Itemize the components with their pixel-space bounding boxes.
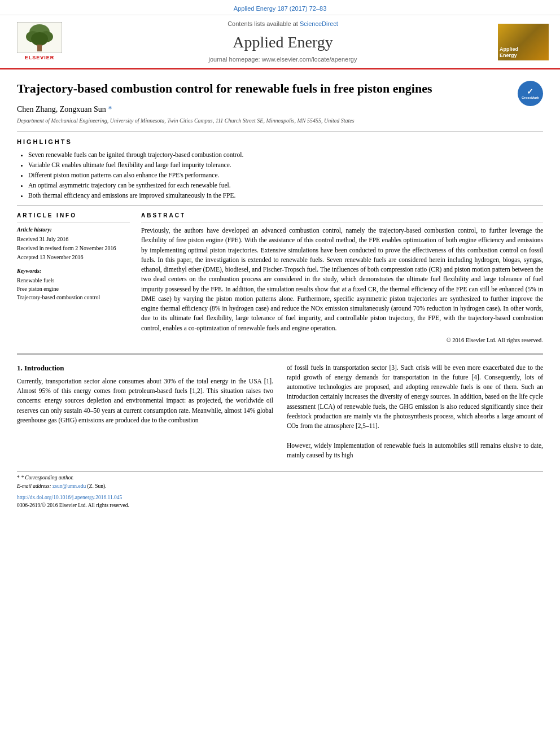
highlights-list: Seven renewable fuels can be ignited thr… <box>17 150 543 200</box>
email-suffix: (Z. Sun). <box>88 483 107 489</box>
copyright-line: © 2016 Elsevier Ltd. All rights reserved… <box>141 337 543 345</box>
article-info-header: ARTICLE INFO <box>17 212 130 220</box>
info-underline <box>17 222 130 222</box>
highlight-item-1: Seven renewable fuels can be ignited thr… <box>28 150 543 159</box>
intro-col-right: of fossil fuels in transportation sector… <box>287 363 543 461</box>
highlights-section: HIGHLIGHTS Seven renewable fuels can be … <box>17 138 543 200</box>
authors-line: Chen Zhang, Zongxuan Sun * <box>17 104 543 115</box>
journal-homepage: journal homepage: www.elsevier.com/locat… <box>68 55 498 64</box>
highlight-item-4: An optimal asymmetric trajectory can be … <box>28 181 543 190</box>
crossmark-label: CrossMark <box>522 96 539 100</box>
svg-rect-5 <box>37 45 42 51</box>
corresponding-author-note: * * Corresponding author. <box>17 474 543 482</box>
email-line: E-mail address: zsun@umn.edu (Z. Sun). <box>17 483 543 490</box>
highlight-item-5: Both thermal efficiency and emissions ar… <box>28 191 543 200</box>
intro-col1-text: Currently, transportation sector alone c… <box>17 377 273 425</box>
highlights-header: HIGHLIGHTS <box>17 138 543 146</box>
crossmark-badge: ✓ CrossMark <box>518 81 543 106</box>
introduction-section: 1. Introduction Currently, transportatio… <box>17 363 543 461</box>
applied-energy-logo-text: AppliedEnergy <box>500 46 518 59</box>
abstract-header: ABSTRACT <box>141 212 543 220</box>
intro-heading: 1. Introduction <box>17 363 273 373</box>
svg-point-4 <box>31 32 48 46</box>
applied-energy-logo: AppliedEnergy <box>498 24 549 60</box>
highlights-divider <box>17 132 543 132</box>
corresponding-label: * Corresponding author. <box>21 475 73 480</box>
body-divider <box>17 353 543 355</box>
abstract-underline <box>141 222 543 222</box>
email-label: E-mail address: <box>17 483 51 489</box>
highlight-item-3: Different piston motion patterns can als… <box>28 171 543 180</box>
science-direct-text: Contents lists available at ScienceDirec… <box>68 20 498 28</box>
science-direct-link[interactable]: ScienceDirect <box>300 20 338 27</box>
keyword-2: Free piston engine <box>17 285 130 293</box>
highlight-item-2: Variable CR enables ultimate fuel flexib… <box>28 160 543 169</box>
article-info-col: ARTICLE INFO Article history: Received 3… <box>17 212 130 344</box>
keywords-label: Keywords: <box>17 267 130 275</box>
keyword-1: Renewable fuels <box>17 277 130 285</box>
issn-line: 0306-2619/© 2016 Elsevier Ltd. All right… <box>17 502 543 509</box>
corresponding-author-star: * <box>108 105 112 113</box>
intro-col2-text: of fossil fuels in transportation sector… <box>287 363 543 461</box>
author-names: Chen Zhang, Zongxuan Sun <box>17 105 108 113</box>
journal-title-big: Applied Energy <box>68 31 498 53</box>
intro-col-left: 1. Introduction Currently, transportatio… <box>17 363 273 461</box>
intro-number: 1. <box>17 364 23 372</box>
accepted-date: Accepted 13 November 2016 <box>17 254 130 261</box>
email-address: zsun@umn.edu <box>53 483 86 489</box>
main-content: Trajectory-based combustion control for … <box>0 69 560 522</box>
revised-date: Received in revised form 2 November 2016 <box>17 244 130 252</box>
header-logos-row: ELSEVIER Contents lists available at Sci… <box>0 15 560 69</box>
footnote-area: * * Corresponding author. E-mail address… <box>17 471 543 509</box>
doi-line: http://dx.doi.org/10.1016/j.apenergy.201… <box>17 492 543 502</box>
intro-heading-text: Introduction <box>24 364 64 372</box>
elsevier-logo: ELSEVIER <box>11 22 68 62</box>
elsevier-text: ELSEVIER <box>25 54 55 62</box>
received-date: Received 31 July 2016 <box>17 235 130 243</box>
keyword-3: Trajectory-based combustion control <box>17 294 130 302</box>
paper-title-section: Trajectory-based combustion control for … <box>17 81 543 97</box>
article-info-divider <box>17 206 543 206</box>
elsevier-tree-image <box>17 22 62 53</box>
article-abstract-section: ARTICLE INFO Article history: Received 3… <box>17 212 543 344</box>
abstract-text: Previously, the authors have developed a… <box>141 226 543 333</box>
history-label: Article history: <box>17 226 130 234</box>
affiliation: Department of Mechanical Engineering, Un… <box>17 117 543 125</box>
doi-link[interactable]: http://dx.doi.org/10.1016/j.apenergy.201… <box>17 495 122 500</box>
header-center: Contents lists available at ScienceDirec… <box>68 20 498 64</box>
journal-header-bar: Applied Energy 187 (2017) 72–83 <box>0 0 560 15</box>
paper-title: Trajectory-based combustion control for … <box>17 81 543 97</box>
journal-reference: Applied Energy 187 (2017) 72–83 <box>234 5 327 12</box>
abstract-col: ABSTRACT Previously, the authors have de… <box>141 212 543 344</box>
